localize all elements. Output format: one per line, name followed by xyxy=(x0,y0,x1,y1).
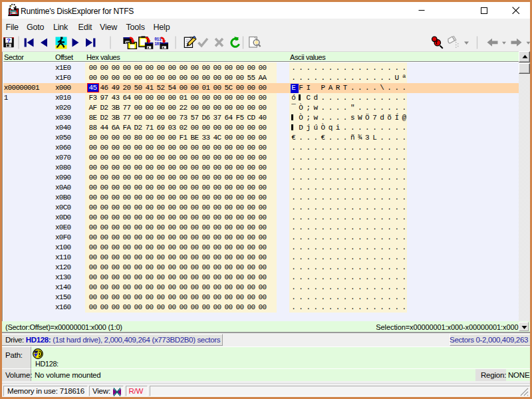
svg-text:?: ? xyxy=(7,37,11,44)
